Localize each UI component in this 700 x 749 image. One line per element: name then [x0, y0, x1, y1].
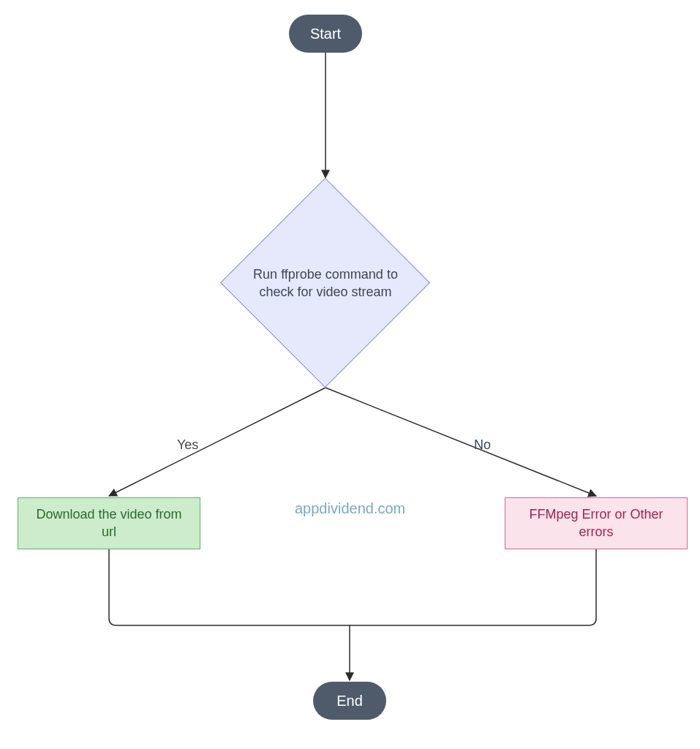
edge-error-end [350, 549, 596, 625]
node-decision: Run ffprobe command to check for video s… [220, 178, 431, 388]
node-end-label: End [336, 693, 363, 710]
node-start-label: Start [310, 26, 341, 42]
node-decision-label: Run ffprobe command to check for video s… [241, 266, 410, 301]
edge-decision-error [325, 388, 596, 496]
flowchart-canvas: Start Run ffprobe command to check for v… [0, 0, 700, 749]
node-start: Start [289, 15, 362, 53]
edge-download-end [109, 549, 350, 680]
node-error-label: FFMpeg Error or Other errors [514, 505, 678, 541]
node-end: End [313, 682, 386, 720]
edge-label-no: No [474, 437, 491, 453]
node-download: Download the video from url [18, 497, 200, 549]
node-download-label: Download the video from url [27, 505, 191, 541]
node-error: FFMpeg Error or Other errors [505, 497, 688, 549]
edge-label-yes: Yes [177, 437, 198, 453]
edge-decision-download [109, 388, 325, 496]
watermark: appdividend.com [295, 500, 405, 517]
